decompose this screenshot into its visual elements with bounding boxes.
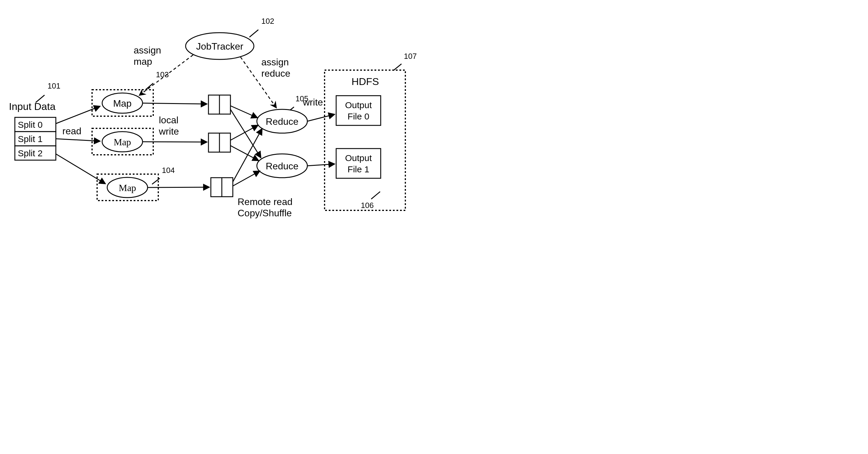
read-label: read bbox=[62, 126, 81, 137]
arrow-map3-part3 bbox=[148, 187, 209, 187]
arrow-r1-out0 bbox=[307, 114, 334, 121]
jobtracker-label: JobTracker bbox=[196, 41, 244, 52]
arrow-p1-r2 bbox=[230, 109, 261, 157]
svg-line-1 bbox=[249, 30, 258, 37]
hdfs-label: HDFS bbox=[351, 76, 379, 87]
arrow-r2-out1 bbox=[307, 164, 334, 166]
input-splits-table: Split 0 Split 1 Split 2 bbox=[15, 117, 56, 160]
mapreduce-diagram: 101 102 103 104 105 106 107 Input Data S… bbox=[0, 0, 434, 227]
assign-reduce-l2: reduce bbox=[261, 68, 290, 79]
split-0: Split 0 bbox=[18, 120, 42, 129]
assign-map-l1: assign bbox=[134, 45, 161, 56]
input-data-title: Input Data bbox=[9, 101, 56, 112]
hdfs-box bbox=[324, 70, 405, 210]
svg-line-2 bbox=[146, 83, 153, 90]
local-write-l1: local bbox=[159, 115, 179, 125]
output1-l2: File 1 bbox=[347, 164, 369, 174]
partition-2 bbox=[209, 133, 230, 152]
local-write-l2: write bbox=[159, 126, 179, 137]
output1-l1: Output bbox=[345, 153, 372, 163]
ref-106: 106 bbox=[361, 201, 374, 210]
arrow-p2-r1 bbox=[230, 125, 258, 140]
arrow-split2-map3 bbox=[56, 154, 105, 184]
arrow-split1-map2 bbox=[56, 139, 100, 141]
map1-label: Map bbox=[113, 98, 131, 109]
output-file-1: Output File 1 bbox=[336, 149, 381, 178]
assign-reduce-l1: assign bbox=[261, 57, 289, 67]
remote-l1: Remote read bbox=[238, 196, 292, 207]
output0-l2: File 0 bbox=[347, 112, 369, 121]
ref-104: 104 bbox=[162, 166, 175, 175]
svg-line-5 bbox=[371, 192, 380, 199]
output0-l1: Output bbox=[345, 100, 372, 110]
assign-map-l2: map bbox=[134, 56, 152, 67]
write-label: write bbox=[303, 97, 323, 108]
ref-107: 107 bbox=[404, 52, 416, 61]
partition-3 bbox=[211, 178, 233, 197]
reduce-2-label: Reduce bbox=[266, 161, 299, 172]
arrow-map2-part2 bbox=[143, 142, 207, 142]
arrow-p3-r2 bbox=[233, 171, 259, 186]
ref-102: 102 bbox=[261, 17, 274, 26]
split-2: Split 2 bbox=[18, 148, 42, 158]
svg-line-6 bbox=[394, 64, 401, 70]
map3-label: Map bbox=[119, 182, 136, 193]
split-1: Split 1 bbox=[18, 134, 42, 144]
ref-101: 101 bbox=[48, 82, 60, 90]
map2-label: Map bbox=[114, 137, 131, 147]
output-file-0: Output File 0 bbox=[336, 96, 381, 125]
reduce-1-label: Reduce bbox=[266, 116, 299, 127]
partition-1 bbox=[209, 95, 230, 114]
arrow-map1-part1 bbox=[143, 103, 207, 104]
remote-l2: Copy/Shuffle bbox=[238, 208, 292, 218]
arrow-split0-map1 bbox=[56, 107, 100, 124]
